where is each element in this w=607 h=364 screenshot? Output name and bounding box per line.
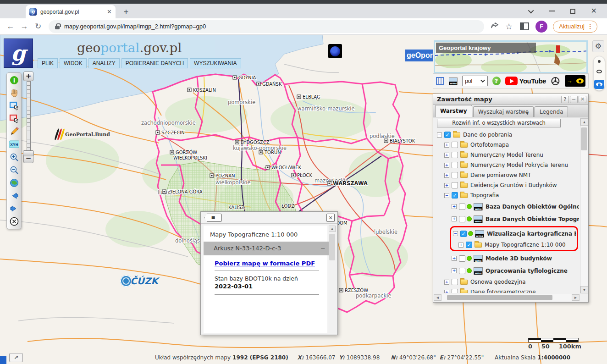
profile-avatar[interactable]: F	[535, 21, 547, 33]
window-maximize-icon[interactable]	[570, 9, 575, 14]
layer-ewidencja-gruntów-i-budynków[interactable]: +Ewidencja Gruntów i Budynków	[433, 180, 579, 190]
xyh-coordinates-icon[interactable]: XYH	[9, 139, 19, 149]
eye-outline-icon[interactable]	[596, 70, 602, 73]
feature-list-button[interactable]: ≡	[204, 214, 222, 222]
collapse-icon[interactable]: −	[444, 193, 449, 198]
select-blue-rect-icon[interactable]	[9, 101, 19, 111]
new-tab-button[interactable]: +	[120, 6, 132, 17]
language-select[interactable]: pol	[462, 76, 487, 86]
full-extent-globe-icon[interactable]	[9, 178, 19, 188]
bookmark-star-icon[interactable]: ☆	[505, 22, 513, 32]
info-icon[interactable]: i	[9, 75, 19, 85]
expand-all-layers-button[interactable]: Rozwiń inf. o wszystkich warstwach	[437, 119, 561, 127]
update-chrome-button[interactable]: Aktualizuj ⋮	[553, 21, 597, 33]
browser-menu-icon[interactable]: ⋮	[587, 23, 593, 30]
vertical-scrollbar[interactable]: ▲ ▼	[580, 118, 588, 293]
layer-opracowania-tyflologiczne[interactable]: +Opracowania tyflologiczne	[433, 265, 579, 277]
panel-help-icon[interactable]: ?	[561, 96, 569, 103]
wms-icon[interactable]	[449, 77, 458, 85]
settings-gear-icon[interactable]: ⚙	[592, 40, 604, 52]
wheel-icon[interactable]	[551, 76, 560, 86]
back-icon[interactable]: ←	[4, 22, 17, 31]
select-red-rect-icon[interactable]	[9, 114, 19, 124]
window-chevron-icon[interactable]	[528, 7, 534, 13]
help-icon[interactable]: ?	[492, 77, 501, 85]
layer-topografia[interactable]: −✓Topografia	[433, 190, 579, 200]
expand-icon[interactable]: +	[458, 243, 464, 248]
scroll-down-icon[interactable]: ▼	[580, 286, 588, 293]
layer-osnowa-geodezyjna[interactable]: +Osnowa geodezyjna	[433, 277, 579, 287]
tab-close-icon[interactable]: ✕	[107, 8, 112, 15]
menu-plik[interactable]: PLIK	[38, 58, 58, 68]
expand-icon[interactable]: +	[444, 280, 449, 285]
scrollbar-thumb[interactable]	[447, 295, 552, 300]
zoom-in-button[interactable]: +	[23, 72, 33, 81]
window-minimize-icon[interactable]	[549, 11, 555, 11]
layer-checkbox[interactable]: ✓	[444, 132, 451, 138]
layer-baza-danych-obiektów-topograficzny[interactable]: +Baza Danych Obiektów Topograficzny	[433, 213, 579, 225]
fullscreen-toggle-icon[interactable]: ↗	[9, 353, 23, 362]
zoom-out-icon[interactable]	[9, 165, 19, 175]
tab-wyszukaj-warstwe[interactable]: Wyszukaj warstwę	[473, 106, 534, 117]
expand-icon[interactable]: +	[452, 204, 457, 209]
expand-icon[interactable]: +	[444, 290, 449, 293]
grid-icon[interactable]	[436, 77, 444, 85]
forward-icon[interactable]: →	[17, 22, 31, 31]
panel-close-icon[interactable]: ✕	[579, 96, 586, 103]
layer-dane-pomiarowe-nmt[interactable]: +Dane pomiarowe NMT	[433, 170, 579, 180]
layer-checkbox[interactable]	[452, 162, 458, 168]
layer-checkbox[interactable]: ✓	[460, 231, 467, 237]
zoom-in-icon[interactable]	[9, 152, 19, 162]
menu-widok[interactable]: WIDOK	[60, 58, 87, 68]
reload-icon[interactable]: ↻	[31, 22, 45, 31]
layer-checkbox[interactable]	[452, 172, 458, 178]
expand-icon[interactable]: +	[444, 163, 449, 168]
browser-tab[interactable]: g geoportal.gov.pl ✕	[26, 5, 116, 18]
scroll-up-icon[interactable]: ▲	[329, 226, 336, 232]
tab-warstwy[interactable]: Warstwy	[435, 105, 472, 117]
share-icon[interactable]	[491, 22, 499, 31]
panel-minimize-icon[interactable]: —	[570, 96, 578, 103]
geoportal-logo[interactable]: g	[4, 39, 33, 68]
layer-checkbox[interactable]	[459, 268, 465, 274]
dot-icon[interactable]	[598, 60, 601, 63]
menu-pobieranie-danych[interactable]: POBIERANIE DANYCH	[121, 58, 188, 68]
layer-checkbox[interactable]	[452, 152, 458, 158]
sheet-header[interactable]: Arkusz N-33-142-D-c-3 −	[204, 242, 332, 255]
side-panel-icon[interactable]	[520, 22, 529, 30]
overview-map[interactable]: Geoportal krajowy	[434, 40, 588, 73]
menu-analizy[interactable]: ANALIZY	[88, 58, 120, 68]
layer-checkbox[interactable]	[452, 279, 458, 285]
popup-close-icon[interactable]: ✕	[326, 214, 335, 222]
clear-selection-icon[interactable]	[9, 216, 19, 226]
layer-wizualizacja-kartograficzna-bdot10k[interactable]: −✓Wizualizacja kartograficzna BDOT10k	[452, 227, 576, 240]
zoom-slider-track[interactable]	[27, 81, 31, 154]
scroll-up-icon[interactable]: ▲	[580, 118, 588, 126]
layer-checkbox[interactable]	[452, 142, 458, 148]
layer-checkbox[interactable]: ✓	[452, 192, 458, 199]
popup-scrollbar[interactable]: ▲	[329, 226, 336, 333]
horizontal-scrollbar[interactable]: ◄ ►	[434, 294, 579, 301]
zoom-slider[interactable]: + −	[23, 72, 34, 163]
eye-blue-button[interactable]	[594, 80, 604, 89]
layer-baza-danych-obiektów-ogólnogeogra[interactable]: +Baza Danych Obiektów Ogólnogeogra	[433, 200, 579, 213]
expand-icon[interactable]: +	[452, 216, 457, 221]
layer-numeryczny-model-pokrycia-terenu[interactable]: +Numeryczny Model Pokrycia Terenu	[433, 160, 579, 170]
draw-pencil-icon[interactable]	[9, 127, 19, 137]
collapse-icon[interactable]: −	[453, 231, 458, 236]
layer-checkbox[interactable]: ✓	[466, 242, 472, 248]
layer-checkbox[interactable]	[459, 216, 465, 222]
pan-hand-icon[interactable]	[9, 88, 19, 98]
menu-wyszukiwania[interactable]: WYSZUKIWANIA	[190, 58, 241, 68]
layer-dane-do-pobrania[interactable]: −✓Dane do pobrania	[433, 130, 579, 140]
collapse-icon[interactable]: −	[437, 132, 442, 138]
layer-modele-3d-budynków[interactable]: +Modele 3D budynków	[433, 252, 579, 265]
download-pdf-link[interactable]: Pobierz mapę w formacie PDF	[215, 260, 315, 267]
expand-icon[interactable]: +	[444, 173, 449, 178]
layer-checkbox[interactable]	[452, 289, 458, 293]
layer-mapy-topograficzne-1-10-000[interactable]: +✓Mapy Topograficzne 1:10 000	[452, 240, 576, 250]
panel-header[interactable]: Zawartość mapy ? — ✕	[433, 94, 588, 105]
window-close-icon[interactable]: ✕	[591, 7, 597, 15]
layer-checkbox[interactable]	[452, 182, 458, 188]
layer-checkbox[interactable]	[459, 204, 465, 210]
